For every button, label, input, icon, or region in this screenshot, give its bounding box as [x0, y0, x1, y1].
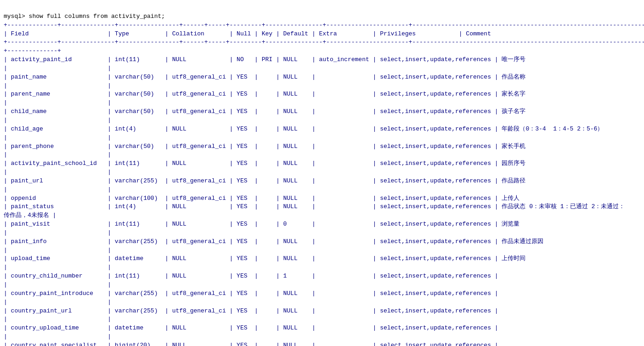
- command-line: mysql> show full columns from activity_p…: [4, 13, 165, 20]
- terminal-output: mysql> show full columns from activity_p…: [4, 4, 640, 346]
